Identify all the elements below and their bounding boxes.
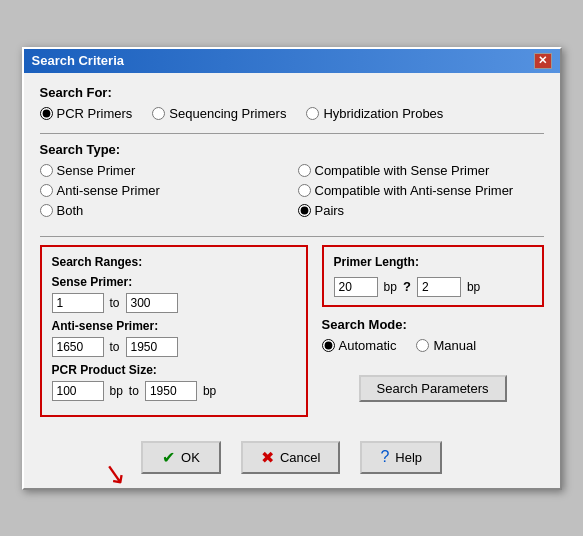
search-ranges-box: Search Ranges: Sense Primer: to Anti-sen… [40, 245, 308, 417]
radio-compat-antisense[interactable]: Compatible with Anti-sense Primer [298, 183, 544, 198]
help-icon: ? [380, 448, 389, 466]
bottom-buttons: ✔ OK ✖ Cancel ? Help ↙ [24, 429, 560, 488]
sense-to-label: to [110, 296, 120, 310]
search-criteria-dialog: Search Criteria ✕ Search For: PCR Primer… [22, 47, 562, 490]
pcr-to-label: to [129, 384, 139, 398]
radio-sense-primer[interactable]: Sense Primer [40, 163, 286, 178]
divider-1 [40, 133, 544, 134]
antisense-from-input[interactable] [52, 337, 104, 357]
radio-compat-sense[interactable]: Compatible with Sense Primer [298, 163, 544, 178]
primer-length-input2[interactable] [417, 277, 461, 297]
ranges-and-primer: Search Ranges: Sense Primer: to Anti-sen… [40, 245, 544, 417]
radio-pcr-primers[interactable]: PCR Primers [40, 106, 133, 121]
radio-automatic[interactable]: Automatic [322, 338, 397, 353]
search-type-row: Sense Primer Anti-sense Primer Both [40, 163, 544, 226]
primer-length-input1[interactable] [334, 277, 378, 297]
help-label: Help [395, 450, 422, 465]
antisense-primer-range: to [52, 337, 296, 357]
ok-button[interactable]: ✔ OK [141, 441, 221, 474]
search-parameters-button[interactable]: Search Parameters [359, 375, 507, 402]
radio-both[interactable]: Both [40, 203, 286, 218]
search-mode-label: Search Mode: [322, 317, 544, 332]
antisense-to-input[interactable] [126, 337, 178, 357]
close-button[interactable]: ✕ [534, 53, 552, 69]
pcr-from-input[interactable] [52, 381, 104, 401]
antisense-primer-label: Anti-sense Primer: [52, 319, 296, 333]
ok-icon: ✔ [162, 448, 175, 467]
pcr-bp1-label: bp [110, 384, 123, 398]
cancel-button[interactable]: ✖ Cancel [241, 441, 340, 474]
radio-manual[interactable]: Manual [416, 338, 476, 353]
sense-primer-range: to [52, 293, 296, 313]
sense-from-input[interactable] [52, 293, 104, 313]
pcr-product-range: bp to bp [52, 381, 296, 401]
search-mode-section: Search Mode: Automatic Manual [322, 317, 544, 365]
search-type-label: Search Type: [40, 142, 544, 157]
search-for-group: PCR Primers Sequencing Primers Hybridiza… [40, 106, 544, 121]
right-panel: Primer Length: bp ? bp Search Mode: [322, 245, 544, 402]
primer-length-label: Primer Length: [334, 255, 532, 269]
primer-length-row: bp ? bp [334, 277, 532, 297]
primer-length-box: Primer Length: bp ? bp [322, 245, 544, 307]
pcr-to-input[interactable] [145, 381, 197, 401]
search-mode-group: Automatic Manual [322, 338, 544, 353]
search-for-label: Search For: [40, 85, 544, 100]
ok-label: OK [181, 450, 200, 465]
left-radio-group: Sense Primer Anti-sense Primer Both [40, 163, 286, 218]
search-type-right: Compatible with Sense Primer Compatible … [298, 163, 544, 226]
right-radio-group: Compatible with Sense Primer Compatible … [298, 163, 544, 218]
antisense-to-label: to [110, 340, 120, 354]
dialog-body: Search For: PCR Primers Sequencing Prime… [24, 73, 560, 429]
radio-pairs[interactable]: Pairs [298, 203, 544, 218]
search-type-left: Sense Primer Anti-sense Primer Both [40, 163, 286, 226]
search-ranges-label: Search Ranges: [52, 255, 296, 269]
sense-to-input[interactable] [126, 293, 178, 313]
title-bar: Search Criteria ✕ [24, 49, 560, 73]
radio-antisense-primer[interactable]: Anti-sense Primer [40, 183, 286, 198]
radio-hybridization-probes[interactable]: Hybridization Probes [306, 106, 443, 121]
help-button[interactable]: ? Help [360, 441, 442, 474]
cancel-label: Cancel [280, 450, 320, 465]
radio-sequencing-primers[interactable]: Sequencing Primers [152, 106, 286, 121]
sense-primer-label: Sense Primer: [52, 275, 296, 289]
cancel-icon: ✖ [261, 448, 274, 467]
pcr-product-label: PCR Product Size: [52, 363, 296, 377]
arrow-indicator: ↙ [101, 455, 129, 491]
divider-2 [40, 236, 544, 237]
primer-bp2-label: bp [467, 280, 480, 294]
dialog-title: Search Criteria [32, 53, 125, 68]
primer-bp1-label: bp [384, 280, 397, 294]
pcr-bp2-label: bp [203, 384, 216, 398]
primer-question-mark: ? [403, 279, 411, 294]
